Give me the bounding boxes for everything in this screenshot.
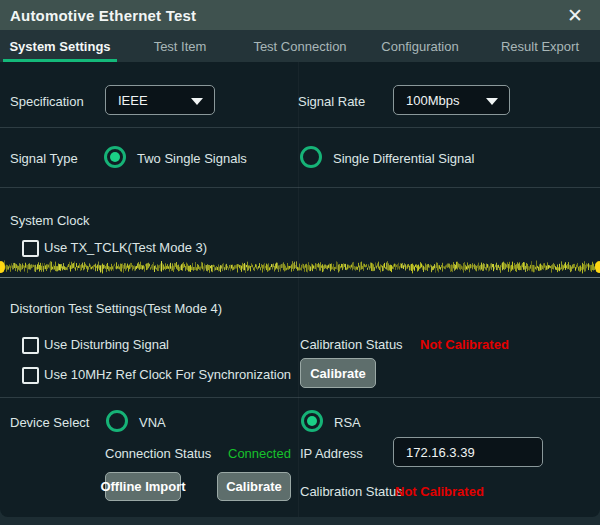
tab-bar: System Settings Test Item Test Connectio… [0, 30, 600, 62]
radio-single-differential-signal[interactable] [300, 146, 322, 168]
tab-result-export[interactable]: Result Export [480, 30, 600, 62]
divider [0, 187, 600, 188]
divider [0, 127, 600, 128]
device-select-label: Device Select [10, 415, 89, 430]
rsa-label: RSA [334, 415, 361, 430]
title-bar: Automotive Ethernet Test [0, 0, 600, 30]
signal-rate-value: 100Mbps [406, 93, 459, 108]
system-clock-heading: System Clock [10, 213, 89, 228]
connection-status-value: Connected [228, 446, 291, 461]
distortion-settings-heading: Distortion Test Settings(Test Mode 4) [10, 301, 222, 316]
tab-test-item[interactable]: Test Item [120, 30, 240, 62]
tab-test-connection[interactable]: Test Connection [240, 30, 360, 62]
specification-label: Specification [10, 94, 84, 109]
ip-address-label: IP Address [300, 446, 363, 461]
offline-import-button[interactable]: Offline Import [105, 472, 181, 501]
two-single-signals-label: Two Single Signals [137, 151, 247, 166]
use-10mhz-ref-clock-label: Use 10MHz Ref Clock For Synchronization [44, 367, 291, 382]
chevron-down-icon [191, 98, 203, 105]
tab-label: Test Connection [253, 39, 346, 54]
radio-rsa[interactable] [301, 410, 323, 432]
calibration-status-value: Not Calibrated [420, 337, 509, 352]
tab-label: Configuration [381, 39, 458, 54]
single-differential-signal-label: Single Differential Signal [333, 151, 474, 166]
calibration-status-label: Calibration Status [300, 337, 403, 352]
scope-screen-edge [0, 517, 600, 525]
calibrate-rsa-button[interactable]: Calibrate [217, 472, 291, 501]
rsa-calibration-status-label: Calibration Status [300, 484, 403, 499]
automotive-ethernet-test-dialog: Automotive Ethernet Test ✕ System Settin… [0, 0, 600, 517]
tab-label: Test Item [154, 39, 207, 54]
tab-configuration[interactable]: Configuration [360, 30, 480, 62]
use-disturbing-signal-checkbox[interactable] [22, 337, 39, 354]
vna-label: VNA [139, 415, 166, 430]
ip-address-input[interactable] [393, 437, 543, 467]
use-disturbing-signal-label: Use Disturbing Signal [44, 337, 169, 352]
tab-system-settings[interactable]: System Settings [0, 30, 120, 62]
use-tx-tclk-label: Use TX_TCLK(Test Mode 3) [44, 240, 207, 255]
connection-status-label: Connection Status [105, 446, 211, 461]
radio-dot [110, 152, 120, 162]
divider [0, 397, 600, 398]
radio-two-single-signals[interactable] [104, 146, 126, 168]
signal-rate-dropdown[interactable]: 100Mbps [393, 85, 510, 115]
close-icon[interactable]: ✕ [558, 0, 592, 30]
use-tx-tclk-checkbox[interactable] [22, 240, 39, 257]
use-10mhz-ref-clock-checkbox[interactable] [22, 367, 39, 384]
specification-value: IEEE [118, 93, 148, 108]
graticule-seam [298, 62, 299, 517]
specification-dropdown[interactable]: IEEE [105, 85, 215, 115]
radio-vna[interactable] [106, 410, 128, 432]
tab-label: System Settings [9, 39, 110, 54]
window-title: Automotive Ethernet Test [10, 7, 196, 24]
tab-label: Result Export [501, 39, 579, 54]
waveform-baseline [0, 277, 600, 278]
chevron-down-icon [486, 98, 498, 105]
scope-waveform-trace [0, 256, 600, 276]
signal-type-label: Signal Type [10, 151, 78, 166]
radio-dot [307, 416, 317, 426]
rsa-calibration-status-value: Not Calibrated [395, 484, 484, 499]
active-tab-underline [3, 59, 117, 62]
signal-rate-label: Signal Rate [298, 94, 365, 109]
calibrate-button[interactable]: Calibrate [300, 358, 376, 388]
